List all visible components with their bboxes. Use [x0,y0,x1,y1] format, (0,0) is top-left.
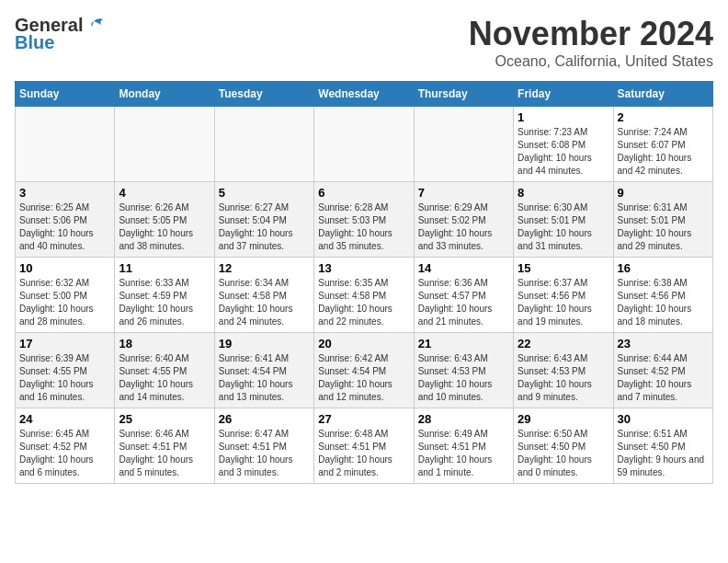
day-info: Sunrise: 6:33 AM Sunset: 4:59 PM Dayligh… [119,277,210,328]
daylight-text: Daylight: 10 hours and 2 minutes. [318,454,392,477]
day-info: Sunrise: 6:43 AM Sunset: 4:53 PM Dayligh… [518,352,609,404]
header-monday: Monday [115,82,214,107]
logo-bird-icon [85,17,105,34]
sunset-text: Sunset: 4:50 PM [618,442,686,452]
header-sunday: Sunday [16,82,115,107]
day-cell-4-2: 26 Sunrise: 6:47 AM Sunset: 4:51 PM Dayl… [214,408,313,484]
title-area: November 2024 Oceano, California, United… [469,15,713,70]
day-info: Sunrise: 6:38 AM Sunset: 4:56 PM Dayligh… [618,277,709,328]
sunset-text: Sunset: 4:53 PM [418,366,486,376]
day-info: Sunrise: 6:34 AM Sunset: 4:58 PM Dayligh… [219,277,310,328]
day-number: 1 [518,110,609,124]
sunset-text: Sunset: 4:51 PM [219,442,287,452]
week-row-1: 1 Sunrise: 7:23 AM Sunset: 6:08 PM Dayli… [16,107,713,182]
day-cell-4-0: 24 Sunrise: 6:45 AM Sunset: 4:52 PM Dayl… [16,408,115,484]
day-cell-1-1: 4 Sunrise: 6:26 AM Sunset: 5:05 PM Dayli… [115,182,214,258]
daylight-text: Daylight: 10 hours and 31 minutes. [518,228,592,251]
daylight-text: Daylight: 10 hours and 42 minutes. [618,153,692,176]
day-number: 4 [119,186,210,200]
day-cell-3-2: 19 Sunrise: 6:41 AM Sunset: 4:54 PM Dayl… [214,333,313,408]
header-tuesday: Tuesday [214,82,313,107]
day-info: Sunrise: 6:39 AM Sunset: 4:55 PM Dayligh… [19,352,110,404]
day-info: Sunrise: 6:50 AM Sunset: 4:50 PM Dayligh… [518,428,609,479]
sunrise-text: Sunrise: 6:37 AM [518,278,587,288]
sunset-text: Sunset: 4:52 PM [618,366,686,376]
header-friday: Friday [514,82,613,107]
day-number: 26 [219,412,310,426]
day-cell-1-3: 6 Sunrise: 6:28 AM Sunset: 5:03 PM Dayli… [314,182,414,258]
sunrise-text: Sunrise: 6:42 AM [318,353,388,363]
day-number: 24 [19,412,110,426]
sunrise-text: Sunrise: 6:38 AM [618,278,688,288]
day-info: Sunrise: 6:51 AM Sunset: 4:50 PM Dayligh… [618,428,709,479]
sunset-text: Sunset: 4:51 PM [318,442,386,452]
daylight-text: Daylight: 10 hours and 12 minutes. [318,379,392,402]
day-cell-2-2: 12 Sunrise: 6:34 AM Sunset: 4:58 PM Dayl… [214,258,313,333]
header-thursday: Thursday [414,82,513,107]
sunset-text: Sunset: 4:51 PM [418,442,486,452]
daylight-text: Daylight: 10 hours and 28 minutes. [19,304,94,327]
sunset-text: Sunset: 4:55 PM [119,366,187,376]
sunset-text: Sunset: 4:56 PM [518,291,586,301]
day-info: Sunrise: 6:25 AM Sunset: 5:06 PM Dayligh… [19,201,110,253]
sunset-text: Sunset: 4:54 PM [318,366,386,376]
week-row-5: 24 Sunrise: 6:45 AM Sunset: 4:52 PM Dayl… [16,408,713,484]
day-cell-3-6: 23 Sunrise: 6:44 AM Sunset: 4:52 PM Dayl… [613,333,712,408]
day-number: 25 [119,412,210,426]
day-info: Sunrise: 6:36 AM Sunset: 4:57 PM Dayligh… [418,277,509,328]
sunrise-text: Sunrise: 7:23 AM [518,127,587,137]
day-info: Sunrise: 6:35 AM Sunset: 4:58 PM Dayligh… [318,277,409,328]
day-cell-3-1: 18 Sunrise: 6:40 AM Sunset: 4:55 PM Dayl… [115,333,214,408]
daylight-text: Daylight: 10 hours and 1 minute. [418,454,493,477]
sunset-text: Sunset: 4:55 PM [19,366,87,376]
day-info: Sunrise: 6:30 AM Sunset: 5:01 PM Dayligh… [518,201,609,253]
day-info: Sunrise: 6:49 AM Sunset: 4:51 PM Dayligh… [418,428,509,479]
day-cell-3-4: 21 Sunrise: 6:43 AM Sunset: 4:53 PM Dayl… [414,333,513,408]
daylight-text: Daylight: 10 hours and 21 minutes. [418,304,493,327]
day-cell-2-4: 14 Sunrise: 6:36 AM Sunset: 4:57 PM Dayl… [414,258,513,333]
header-saturday: Saturday [613,82,712,107]
day-cell-4-5: 29 Sunrise: 6:50 AM Sunset: 4:50 PM Dayl… [514,408,613,484]
day-number: 20 [318,337,409,350]
day-number: 30 [618,412,709,426]
day-number: 10 [19,261,110,275]
week-row-3: 10 Sunrise: 6:32 AM Sunset: 5:00 PM Dayl… [16,258,713,333]
sunset-text: Sunset: 5:06 PM [19,215,87,225]
day-cell-1-5: 8 Sunrise: 6:30 AM Sunset: 5:01 PM Dayli… [514,182,613,258]
day-cell-1-2: 5 Sunrise: 6:27 AM Sunset: 5:04 PM Dayli… [214,182,313,258]
daylight-text: Daylight: 10 hours and 10 minutes. [418,379,493,402]
sunrise-text: Sunrise: 6:40 AM [119,353,188,363]
location-subtitle: Oceano, California, United States [469,53,713,70]
header: General Blue November 2024 Oceano, Calif… [15,15,713,70]
sunrise-text: Sunrise: 6:46 AM [119,429,188,439]
sunset-text: Sunset: 5:01 PM [618,215,686,225]
sunrise-text: Sunrise: 6:44 AM [618,353,688,363]
month-title: November 2024 [469,15,713,53]
day-number: 6 [318,186,409,200]
sunset-text: Sunset: 5:03 PM [318,215,386,225]
sunrise-text: Sunrise: 6:43 AM [418,353,488,363]
day-number: 21 [418,337,509,350]
sunrise-text: Sunrise: 6:47 AM [219,429,289,439]
sunset-text: Sunset: 5:02 PM [418,215,486,225]
day-number: 9 [618,186,709,200]
day-info: Sunrise: 6:43 AM Sunset: 4:53 PM Dayligh… [418,352,509,404]
day-cell-1-0: 3 Sunrise: 6:25 AM Sunset: 5:06 PM Dayli… [16,182,115,258]
daylight-text: Daylight: 10 hours and 3 minutes. [219,454,293,477]
day-cell-2-1: 11 Sunrise: 6:33 AM Sunset: 4:59 PM Dayl… [115,258,214,333]
day-cell-4-4: 28 Sunrise: 6:49 AM Sunset: 4:51 PM Dayl… [414,408,513,484]
day-info: Sunrise: 6:41 AM Sunset: 4:54 PM Dayligh… [219,352,310,404]
day-info: Sunrise: 6:44 AM Sunset: 4:52 PM Dayligh… [618,352,709,404]
day-number: 17 [19,337,110,350]
sunset-text: Sunset: 6:07 PM [618,140,686,150]
daylight-text: Daylight: 10 hours and 7 minutes. [618,379,692,402]
sunrise-text: Sunrise: 6:51 AM [618,429,688,439]
daylight-text: Daylight: 10 hours and 24 minutes. [219,304,293,327]
day-number: 7 [418,186,509,200]
sunrise-text: Sunrise: 6:26 AM [119,202,188,213]
daylight-text: Daylight: 10 hours and 38 minutes. [119,228,193,251]
sunset-text: Sunset: 4:51 PM [119,442,187,452]
day-cell-0-0 [16,107,115,182]
daylight-text: Daylight: 10 hours and 5 minutes. [119,454,193,477]
day-number: 19 [219,337,310,350]
